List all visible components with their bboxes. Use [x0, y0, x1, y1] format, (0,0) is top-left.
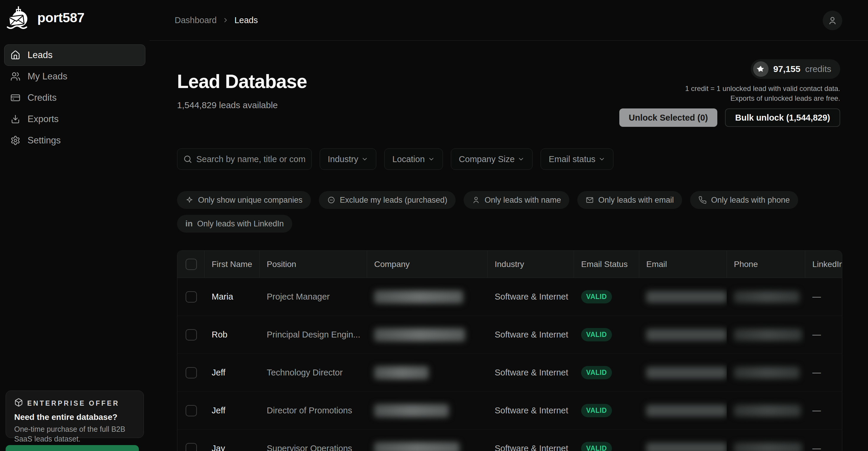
- main-content: Dashboard Leads 97,155 credits Lead Data…: [150, 0, 868, 451]
- email-cell: [639, 278, 727, 316]
- position-cell: Project Manager: [260, 278, 367, 316]
- masked-company-value: [374, 290, 463, 304]
- first-name-cell: Jeff: [205, 392, 260, 429]
- column-header-email-status: Email Status: [574, 251, 639, 278]
- filter-chip-only-leads-with-linkedin[interactable]: inOnly leads with LinkedIn: [177, 215, 292, 233]
- enterprise-offer-button[interactable]: [6, 445, 139, 451]
- sidebar-item-label: My Leads: [28, 71, 67, 82]
- industry-cell: Software & Internet: [488, 316, 574, 354]
- sidebar-item-label: Exports: [28, 114, 59, 124]
- linkedin-cell: —: [805, 278, 842, 316]
- star-icon: [753, 61, 769, 77]
- phone-cell: [727, 392, 805, 429]
- sidebar-item-settings[interactable]: Settings: [4, 130, 145, 151]
- phone-icon: [699, 196, 707, 204]
- table-row[interactable]: MariaProject ManagerSoftware & InternetV…: [177, 278, 842, 316]
- email-status-cell: VALID: [574, 430, 639, 451]
- masked-phone-value: [734, 367, 800, 379]
- column-header-position: Position: [260, 251, 367, 278]
- filter-chip-only-leads-with-name[interactable]: Only leads with name: [464, 191, 569, 209]
- enterprise-offer-eyebrow: ENTERPRISE OFFER: [27, 399, 119, 407]
- chip-label: Only leads with name: [485, 196, 561, 205]
- filter-dropdown-location[interactable]: Location: [384, 148, 443, 170]
- column-header-first-name: First Name: [205, 251, 260, 278]
- user-avatar-button[interactable]: [823, 11, 842, 30]
- chip-label: Only show unique companies: [198, 196, 303, 205]
- filter-chips-row-1: Only show unique companiesExclude my lea…: [177, 191, 798, 209]
- masked-email-value: [646, 291, 727, 303]
- company-cell: [367, 392, 488, 429]
- dropdown-label: Location: [392, 154, 425, 164]
- phone-cell: [727, 316, 805, 354]
- credit-info-notes: 1 credit = 1 unlocked lead with valid co…: [685, 84, 840, 103]
- sidebar-item-label: Settings: [28, 135, 61, 146]
- brand: port587: [0, 0, 150, 35]
- sidebar-item-label: Leads: [28, 50, 53, 60]
- sidebar-item-exports[interactable]: Exports: [4, 109, 145, 130]
- filter-dropdown-company-size[interactable]: Company Size: [451, 148, 533, 170]
- filter-chip-only-show-unique-companies[interactable]: Only show unique companies: [177, 191, 311, 209]
- chip-label: Only leads with LinkedIn: [197, 219, 284, 228]
- breadcrumb-dashboard[interactable]: Dashboard: [175, 16, 217, 25]
- sidebar-item-credits[interactable]: Credits: [4, 87, 145, 109]
- masked-phone-value: [734, 443, 802, 451]
- masked-email-value: [646, 329, 727, 341]
- credits-pill[interactable]: 97,155 credits: [751, 59, 840, 79]
- masked-email-value: [646, 405, 727, 417]
- filter-chip-only-leads-with-phone[interactable]: Only leads with phone: [690, 191, 798, 209]
- filter-chip-exclude-my-leads-purchased-[interactable]: Exclude my leads (purchased): [319, 191, 456, 209]
- breadcrumb: Dashboard Leads: [175, 16, 258, 25]
- enterprise-offer-body: One-time purchase of the full B2B SaaS l…: [14, 424, 135, 444]
- chip-label: Only leads with email: [598, 196, 674, 205]
- first-name-cell: Maria: [205, 278, 260, 316]
- select-all-checkbox[interactable]: [186, 259, 197, 270]
- search-icon: [183, 155, 192, 164]
- table-row[interactable]: JeffTechnology DirectorSoftware & Intern…: [177, 354, 842, 392]
- row-checkbox[interactable]: [186, 329, 197, 340]
- chip-label: Exclude my leads (purchased): [340, 196, 447, 205]
- masked-company-value: [374, 404, 449, 417]
- download-icon: [10, 114, 21, 124]
- table-body: MariaProject ManagerSoftware & InternetV…: [177, 278, 842, 451]
- enterprise-offer-title: Need the entire database?: [14, 413, 135, 422]
- filter-dropdown-industry[interactable]: Industry: [320, 148, 376, 170]
- table-row[interactable]: JaySupervisor OperationsSoftware & Inter…: [177, 430, 842, 451]
- filter-dropdown-email-status[interactable]: Email status: [540, 148, 613, 170]
- chevron-right-icon: [222, 17, 229, 24]
- linkedin-cell: —: [805, 354, 842, 391]
- masked-email-value: [646, 443, 727, 451]
- linkedin-cell: —: [805, 392, 842, 429]
- unlock-selected-button[interactable]: Unlock Selected (0): [619, 109, 718, 127]
- sidebar-item-leads[interactable]: Leads: [4, 45, 145, 66]
- table-row[interactable]: JeffDirector of PromotionsSoftware & Int…: [177, 392, 842, 430]
- dropdown-label: Company Size: [459, 154, 515, 164]
- industry-cell: Software & Internet: [488, 278, 574, 316]
- topbar: Dashboard Leads: [150, 0, 868, 40]
- masked-phone-value: [734, 329, 802, 341]
- masked-company-value: [374, 366, 429, 379]
- row-checkbox[interactable]: [186, 291, 197, 303]
- industry-cell: Software & Internet: [488, 354, 574, 391]
- masked-email-value: [646, 367, 727, 379]
- row-checkbox[interactable]: [186, 443, 197, 451]
- filter-chip-only-leads-with-email[interactable]: Only leads with email: [577, 191, 682, 209]
- credit-card-icon: [10, 93, 21, 103]
- row-checkbox[interactable]: [186, 405, 197, 416]
- gear-icon: [10, 135, 21, 145]
- email-status-badge: VALID: [581, 404, 612, 417]
- leads-available-count: 1,544,829 leads available: [177, 100, 278, 110]
- first-name-cell: Jay: [205, 430, 260, 451]
- sidebar-item-my-leads[interactable]: My Leads: [4, 66, 145, 87]
- search-input[interactable]: [196, 154, 306, 164]
- filter-dropdowns: IndustryLocationCompany SizeEmail status: [320, 148, 613, 170]
- position-cell: Supervisor Operations: [260, 430, 367, 451]
- bulk-unlock-button[interactable]: Bulk unlock (1,544,829): [725, 109, 840, 127]
- header-checkbox-cell: [177, 251, 205, 278]
- table-header-row: First NamePositionCompanyIndustryEmail S…: [177, 251, 842, 278]
- user-icon: [828, 16, 838, 26]
- search-box: [177, 148, 312, 170]
- enterprise-offer-card: ENTERPRISE OFFER Need the entire databas…: [6, 391, 144, 438]
- filter-chips-row-2: inOnly leads with LinkedIn: [177, 215, 292, 233]
- row-checkbox[interactable]: [186, 367, 197, 378]
- table-row[interactable]: RobPrincipal Design Engin...Software & I…: [177, 316, 842, 354]
